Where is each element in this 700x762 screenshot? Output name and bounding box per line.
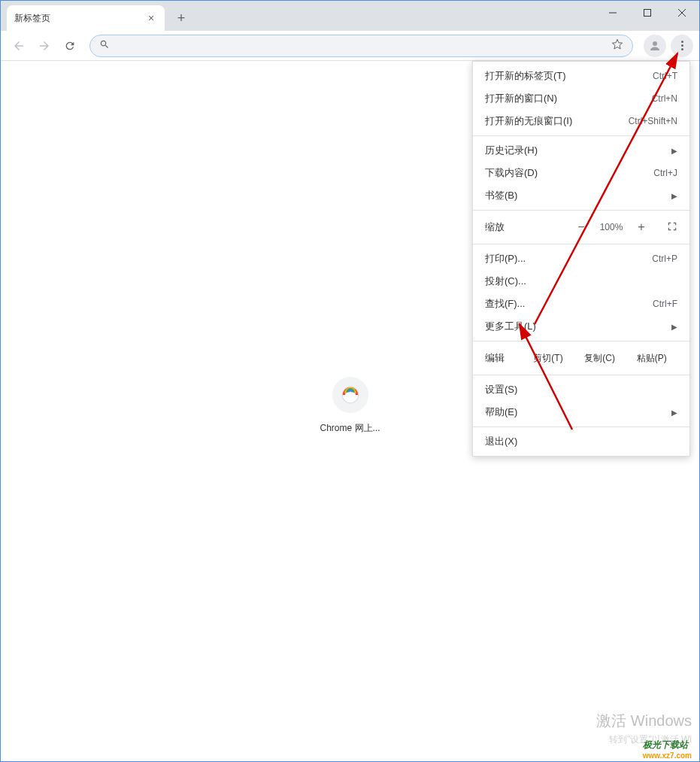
zoom-value: 100% [598,222,625,232]
menu-help[interactable]: 帮助(E)▶ [473,401,689,424]
chevron-right-icon: ▶ [671,192,677,200]
menu-divider [473,427,689,427]
toolbar [1,31,699,61]
menu-zoom: 缩放 − 100% + [473,214,689,241]
menu-divider [473,210,689,211]
menu-new-tab[interactable]: 打开新的标签页(T)Ctrl+T [473,65,689,87]
new-tab-button[interactable]: + [171,8,192,29]
address-bar[interactable] [89,35,633,57]
chrome-menu-button[interactable] [671,35,693,57]
menu-divider [473,135,689,136]
back-button[interactable] [7,34,31,58]
profile-button[interactable] [644,35,666,57]
bookmark-star-icon[interactable] [611,38,623,53]
close-window-button[interactable] [665,1,699,25]
windows-activation-watermark: 激活 Windows [596,711,692,731]
menu-find[interactable]: 查找(F)...Ctrl+F [473,293,689,315]
maximize-button[interactable] [630,1,665,25]
chevron-right-icon: ▶ [671,323,677,331]
window-controls [595,1,699,25]
menu-downloads[interactable]: 下载内容(D)Ctrl+J [473,162,689,184]
forward-button[interactable] [32,34,56,58]
minimize-button[interactable] [595,1,630,25]
fullscreen-icon[interactable] [667,221,677,234]
menu-divider [473,244,689,244]
search-icon [99,39,110,53]
menu-history[interactable]: 历史记录(H)▶ [473,139,689,162]
menu-edit: 编辑 剪切(T) 复制(C) 粘贴(P) [473,345,689,372]
chevron-right-icon: ▶ [671,408,677,417]
reload-button[interactable] [58,34,82,58]
menu-bookmarks[interactable]: 书签(B)▶ [473,184,689,207]
tab-strip: 新标签页 × + [1,1,699,31]
svg-rect-1 [644,10,651,17]
browser-tab[interactable]: 新标签页 × [7,5,165,31]
menu-settings[interactable]: 设置(S) [473,378,689,401]
menu-more-tools[interactable]: 更多工具(L)▶ [473,315,689,338]
menu-cast[interactable]: 投射(C)... [473,270,689,293]
zoom-out-button[interactable]: − [575,220,587,234]
menu-divider [473,341,689,342]
tab-title: 新标签页 [14,12,50,25]
chrome-menu: 打开新的标签页(T)Ctrl+T 打开新的窗口(N)Ctrl+N 打开新的无痕窗… [472,61,690,457]
site-watermark: 极光下载站 www.xz7.com [643,739,692,760]
menu-paste[interactable]: 粘贴(P) [637,352,667,365]
shortcut-label: Chrome 网上... [320,422,380,435]
menu-cut[interactable]: 剪切(T) [533,352,562,365]
svg-point-4 [653,41,657,46]
menu-exit[interactable]: 退出(X) [473,430,689,453]
chrome-store-icon [332,377,368,413]
kebab-icon [681,41,683,50]
zoom-in-button[interactable]: + [635,220,647,234]
chevron-right-icon: ▶ [671,147,677,155]
menu-print[interactable]: 打印(P)...Ctrl+P [473,247,689,270]
menu-divider [473,375,689,375]
menu-new-window[interactable]: 打开新的窗口(N)Ctrl+N [473,87,689,110]
menu-copy[interactable]: 复制(C) [584,352,615,365]
omnibox-input[interactable] [116,40,611,52]
menu-new-incognito[interactable]: 打开新的无痕窗口(I)Ctrl+Shift+N [473,110,689,132]
tab-close-icon[interactable]: × [145,12,157,24]
shortcut-tile[interactable]: Chrome 网上... [320,377,380,435]
